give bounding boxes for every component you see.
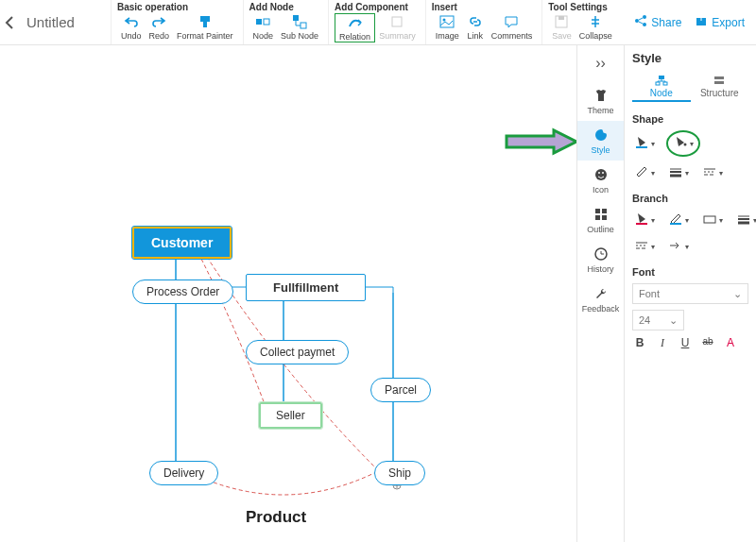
tab-structure[interactable]: Structure bbox=[691, 73, 749, 102]
group-label: Tool Settings bbox=[548, 2, 616, 12]
side-rail: ›› Theme Style Icon Outline History Feed… bbox=[576, 45, 624, 542]
collapse-button[interactable]: Collapse bbox=[576, 13, 616, 41]
arrow-icon bbox=[668, 238, 683, 255]
comments-icon bbox=[503, 13, 520, 30]
svg-rect-33 bbox=[656, 82, 660, 85]
node-delivery[interactable]: Delivery bbox=[149, 461, 218, 485]
sub-node-icon bbox=[291, 13, 308, 30]
svg-rect-2 bbox=[256, 19, 262, 25]
link-icon bbox=[467, 13, 484, 30]
lines-icon bbox=[668, 164, 683, 181]
shape-label: Shape bbox=[632, 113, 748, 125]
shape-line-style-button[interactable]: ▾ bbox=[666, 162, 691, 183]
chevron-down-icon: ⌄ bbox=[733, 288, 742, 300]
share-icon bbox=[634, 14, 647, 30]
link-button[interactable]: Link bbox=[463, 13, 488, 41]
svg-rect-45 bbox=[636, 223, 647, 225]
rail-outline[interactable]: Outline bbox=[577, 200, 624, 240]
redo-button[interactable]: Redo bbox=[146, 13, 174, 41]
chevron-down-icon: ⌄ bbox=[669, 314, 678, 327]
export-icon bbox=[695, 14, 708, 30]
group-add-node: Add Node Node Sub Node bbox=[243, 0, 329, 44]
summary-button[interactable]: Summary bbox=[375, 13, 420, 42]
node-collect-payment[interactable]: Collect paymet bbox=[246, 340, 349, 364]
svg-rect-30 bbox=[602, 215, 607, 220]
sub-node-button[interactable]: Sub Node bbox=[277, 13, 322, 41]
node-seller[interactable]: Seller bbox=[259, 402, 322, 429]
node-fulfillment[interactable]: Fullfillment bbox=[246, 274, 366, 301]
node-customer[interactable]: Customer bbox=[132, 227, 232, 259]
save-button[interactable]: Save bbox=[548, 13, 576, 41]
back-button[interactable] bbox=[0, 0, 21, 44]
node-parcel[interactable]: Parcel bbox=[370, 378, 431, 402]
shape-border-button[interactable]: ▾ bbox=[632, 162, 657, 183]
branch-shape-button[interactable]: ▾ bbox=[700, 210, 725, 230]
svg-rect-6 bbox=[392, 17, 402, 26]
group-label: Insert bbox=[432, 2, 537, 12]
image-icon bbox=[438, 13, 455, 30]
svg-point-25 bbox=[598, 172, 600, 174]
rect-icon bbox=[702, 212, 717, 229]
rail-feedback[interactable]: Feedback bbox=[577, 279, 624, 319]
rail-collapse-button[interactable]: ›› bbox=[577, 45, 624, 81]
document-title[interactable]: Untitled bbox=[21, 0, 111, 44]
italic-button[interactable]: I bbox=[655, 336, 670, 350]
relation-icon bbox=[347, 14, 364, 31]
wrench-icon bbox=[593, 285, 610, 302]
tshirt-icon bbox=[593, 87, 610, 104]
node-ship[interactable]: Ship bbox=[374, 461, 425, 485]
svg-rect-4 bbox=[293, 15, 299, 21]
svg-rect-46 bbox=[670, 223, 681, 225]
font-color-button[interactable]: A bbox=[723, 336, 738, 350]
undo-icon bbox=[123, 13, 140, 30]
svg-point-8 bbox=[443, 19, 446, 22]
underline-button[interactable]: U bbox=[678, 336, 693, 350]
svg-rect-5 bbox=[301, 23, 306, 28]
branch-dash-button[interactable]: ▾ bbox=[632, 236, 657, 257]
svg-rect-28 bbox=[602, 209, 607, 213]
node-button[interactable]: Node bbox=[249, 13, 278, 41]
font-family-select[interactable]: Font ⌄ bbox=[632, 283, 748, 304]
structure-tab-icon bbox=[713, 75, 726, 88]
rail-icon[interactable]: Icon bbox=[577, 161, 624, 200]
canvas[interactable]: Customer Process Order Fullfillment Coll… bbox=[0, 45, 576, 542]
shape-fill-button[interactable]: ▾ bbox=[632, 133, 657, 154]
rail-theme[interactable]: Theme bbox=[577, 81, 624, 121]
bold-button[interactable]: B bbox=[632, 336, 647, 350]
branch-line-button[interactable]: ▾ bbox=[666, 210, 691, 230]
tab-node[interactable]: Node bbox=[632, 73, 691, 102]
collapse-icon bbox=[587, 13, 604, 30]
group-insert: Insert Image Link Comments bbox=[425, 0, 542, 44]
fill-icon bbox=[634, 135, 649, 152]
rail-history[interactable]: History bbox=[577, 240, 624, 279]
dash-icon bbox=[702, 164, 717, 181]
shape-line-dash-button[interactable]: ▾ bbox=[700, 162, 725, 183]
lines-icon bbox=[736, 212, 751, 229]
shape-background-button[interactable]: ▾ bbox=[666, 130, 700, 157]
svg-rect-10 bbox=[558, 16, 564, 20]
image-button[interactable]: Image bbox=[432, 13, 463, 41]
svg-rect-0 bbox=[200, 16, 210, 22]
fill-icon bbox=[634, 212, 649, 229]
relation-button[interactable]: Relation bbox=[335, 13, 375, 42]
branch-color-button[interactable]: ▾ bbox=[632, 210, 657, 230]
svg-rect-47 bbox=[704, 216, 715, 223]
dash-icon bbox=[634, 238, 649, 255]
svg-rect-1 bbox=[203, 22, 207, 27]
rail-style[interactable]: Style bbox=[577, 121, 624, 161]
font-size-select[interactable]: 24 ⌄ bbox=[632, 310, 684, 330]
export-button[interactable]: Export bbox=[695, 14, 745, 30]
format-painter-button[interactable]: Format Painter bbox=[173, 13, 237, 41]
undo-button[interactable]: Undo bbox=[117, 13, 146, 41]
node-process-order[interactable]: Process Order bbox=[132, 279, 233, 304]
svg-rect-35 bbox=[714, 76, 724, 79]
branch-arrow-button[interactable]: ▾ bbox=[666, 236, 691, 257]
group-add-component: Add Component Relation Summary bbox=[328, 0, 425, 44]
svg-point-11 bbox=[643, 15, 646, 19]
branch-label: Branch bbox=[632, 193, 748, 204]
branch-width-button[interactable]: ▾ bbox=[734, 210, 756, 230]
share-button[interactable]: Share bbox=[634, 14, 681, 30]
svg-point-13 bbox=[643, 23, 646, 26]
comments-button[interactable]: Comments bbox=[488, 13, 537, 41]
strikethrough-button[interactable]: ab bbox=[700, 336, 715, 350]
